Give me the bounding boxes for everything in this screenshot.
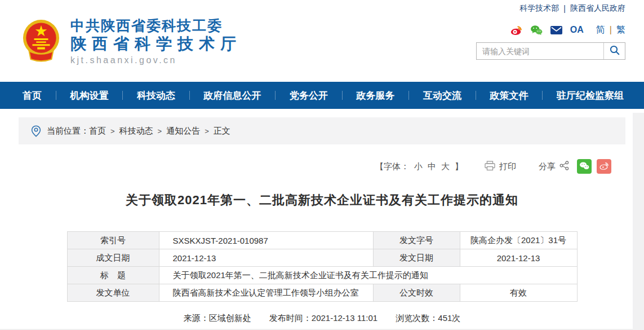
nav-divider [275, 91, 276, 100]
font-size-medium[interactable]: 中 [428, 161, 436, 172]
share-label: 分享 [539, 161, 556, 172]
nav-item-interaction[interactable]: 互动交流 [423, 89, 461, 102]
breadcrumb-separator: > [158, 127, 162, 135]
meta-label-doc-number: 发文字号 [373, 232, 460, 249]
share-nodes-icon [559, 161, 569, 172]
article-view-count: 浏览次数：451次 [396, 313, 460, 323]
lang-traditional[interactable]: 繁 [616, 24, 625, 36]
nav-item-organization[interactable]: 机构设置 [70, 89, 109, 102]
printer-icon [485, 161, 495, 173]
main-nav: 首页 机构设置 科技动态 政府信息公开 党务公开 政务服务 互动交流 政策文件 … [0, 82, 644, 109]
breadcrumb-separator: > [205, 127, 209, 135]
meta-label-validity: 公文时效 [373, 284, 460, 302]
nav-item-home[interactable]: 首页 [23, 89, 42, 102]
nav-divider [342, 91, 343, 100]
breadcrumb-separator: > [110, 127, 115, 135]
weibo-share-icon [599, 161, 609, 172]
font-widget-suffix: 】 [455, 161, 463, 172]
org-name-line1: 中共陕西省委科技工委 [70, 18, 242, 34]
nav-item-sci-tech-news[interactable]: 科技动态 [137, 89, 175, 102]
topbar-link-provincial-gov[interactable]: 陕西省人民政府 [570, 3, 625, 14]
nav-item-party-affairs[interactable]: 党务公开 [290, 89, 328, 102]
meta-value-index-number: SXSKXJST-2021-010987 [159, 232, 373, 249]
font-size-large[interactable]: 大 [441, 161, 450, 172]
print-label: 打印 [499, 161, 516, 172]
table-row: 成文日期 2021-12-13 发文日期 2021-12-13 [67, 249, 577, 267]
nav-divider [408, 91, 409, 100]
article-tools: 【字体： 小 中 大 】 打印 分享 [0, 159, 611, 174]
meta-value-written-date: 2021-12-13 [159, 249, 373, 267]
table-row: 标 题 关于领取2021年第一、二批高新技术企业证书及有关工作提示的通知 [67, 267, 577, 284]
topbar-separator: | [563, 4, 566, 13]
national-emblem [23, 17, 60, 64]
search-box [476, 42, 625, 60]
org-name-line2: 陕西省科学技术厅 [70, 36, 242, 53]
breadcrumb-link-notices[interactable]: 通知公告 [166, 126, 200, 137]
meta-label-issuing-unit: 发文单位 [67, 284, 159, 302]
wechat-share-icon [579, 161, 589, 172]
page-edge-strip [633, 113, 644, 330]
meta-label-index-number: 索引号 [67, 232, 159, 249]
font-size-widget: 【字体： 小 中 大 】 [375, 161, 463, 172]
mail-icon[interactable] [550, 26, 562, 34]
nav-divider [122, 91, 123, 100]
meta-label-title: 标 题 [67, 267, 159, 284]
nav-divider [542, 91, 543, 100]
lang-simplified[interactable]: 简 [596, 24, 605, 36]
meta-value-title: 关于领取2021年第一、二批高新技术企业证书及有关工作提示的通知 [159, 267, 577, 284]
nav-item-discipline-inspection[interactable]: 驻厅纪检监察组 [557, 89, 624, 102]
meta-value-doc-number: 陕高企办发〔2021〕31号 [460, 232, 577, 249]
font-widget-prefix: 【字体： [375, 161, 409, 172]
wechat-icon[interactable] [530, 25, 543, 36]
breadcrumb: 当前位置： 首页 > 科技动态 > 通知公告 > 正文 [19, 117, 625, 144]
topbar: 科学技术部 | 陕西省人民政府 [0, 0, 644, 17]
site-url: kjt.shaanxi.gov.cn [70, 55, 242, 65]
header-right: OA 简 | 繁 [476, 24, 625, 60]
search-icon [610, 45, 620, 57]
article-source: 来源：区域创新处 [184, 313, 251, 323]
article-publish-time: 发布时间：2021-12-13 11:01 [269, 313, 377, 323]
print-button[interactable]: 打印 [485, 161, 516, 173]
meta-label-issue-date: 发文日期 [373, 249, 460, 267]
weibo-icon[interactable] [510, 24, 522, 36]
nav-divider [56, 91, 56, 100]
meta-value-validity: 有效 [460, 284, 577, 302]
meta-value-issuing-unit: 陕西省高新技术企业认定管理工作领导小组办公室 [159, 284, 373, 302]
lang-separator: | [610, 25, 612, 35]
location-pin-icon [31, 125, 41, 137]
table-row: 索引号 SXSKXJST-2021-010987 发文字号 陕高企办发〔2021… [67, 232, 577, 249]
share-weibo-button[interactable] [597, 159, 611, 174]
nav-item-gov-info-disclosure[interactable]: 政府信息公开 [204, 89, 261, 102]
font-size-small[interactable]: 小 [414, 161, 423, 172]
nav-item-gov-services[interactable]: 政务服务 [357, 89, 395, 102]
search-button[interactable] [603, 43, 625, 59]
document-meta-table: 索引号 SXSKXJST-2021-010987 发文字号 陕高企办发〔2021… [67, 231, 578, 302]
share-button[interactable]: 分享 [539, 161, 569, 172]
nav-divider [476, 91, 476, 100]
table-row: 发文单位 陕西省高新技术企业认定管理工作领导小组办公室 公文时效 有效 [67, 284, 577, 302]
breadcrumb-link-home[interactable]: 首页 [89, 126, 106, 137]
meta-value-issue-date: 2021-12-13 [460, 249, 577, 267]
breadcrumb-label: 当前位置： [47, 126, 89, 137]
nav-divider [189, 91, 190, 100]
nav-item-policy-documents[interactable]: 政策文件 [490, 89, 528, 102]
oa-link[interactable]: OA [570, 25, 584, 35]
topbar-link-most[interactable]: 科学技术部 [519, 3, 559, 14]
article-footer-meta: 来源：区域创新处 发布时间：2021-12-13 11:01 浏览次数：451次 [0, 313, 644, 324]
header-icon-row: OA 简 | 繁 [476, 24, 625, 36]
language-switcher: 简 | 繁 [596, 24, 625, 36]
meta-label-written-date: 成文日期 [67, 249, 159, 267]
site-header: 中共陕西省委科技工委 陕西省科学技术厅 kjt.shaanxi.gov.cn [0, 17, 644, 82]
search-input[interactable] [477, 43, 603, 59]
site-branding: 中共陕西省委科技工委 陕西省科学技术厅 kjt.shaanxi.gov.cn [70, 18, 242, 65]
page-title: 关于领取2021年第一、二批高新技术企业证书及有关工作提示的通知 [19, 192, 625, 209]
breadcrumb-current-page: 正文 [214, 126, 230, 137]
breadcrumb-link-sci-tech-news[interactable]: 科技动态 [119, 126, 153, 137]
share-wechat-button[interactable] [577, 159, 592, 174]
